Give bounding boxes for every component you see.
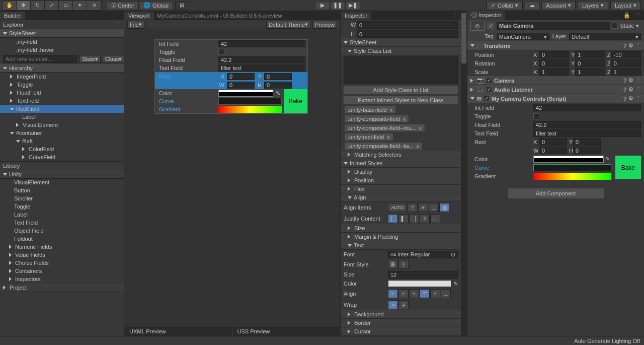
preset-icon[interactable]: ⚙	[628, 77, 633, 84]
inlined-styles[interactable]: Inlined Styles	[341, 159, 461, 168]
bake-button[interactable]: Bake	[615, 156, 641, 179]
component-menu-icon[interactable]: ⋮	[635, 86, 641, 93]
pivot-global[interactable]: 🌐 Global	[139, 1, 173, 10]
lib-toggle[interactable]: Toggle	[0, 203, 124, 211]
hierarchy-left[interactable]: #left	[0, 137, 124, 145]
uxml-preview-tab[interactable]: UXML Preview	[124, 327, 232, 336]
step-button[interactable]: ▶❚	[345, 1, 360, 10]
snap-tool[interactable]: ⊞	[175, 1, 189, 10]
style-chip[interactable]: .unity-composite-fieldx	[345, 115, 409, 122]
justify-between[interactable]: ⫴	[420, 214, 430, 223]
position-section[interactable]: Position	[341, 176, 461, 185]
lib-visualelement[interactable]: VisualElement	[0, 179, 124, 187]
style-chip[interactable]: .unity-composite-field--mu...x	[345, 124, 425, 131]
audio-enable[interactable]: ✓	[486, 87, 492, 93]
add-style-class-button[interactable]: Add Style Class to List	[344, 86, 458, 94]
border-section[interactable]: Border	[341, 319, 461, 327]
script-color[interactable]	[533, 156, 604, 163]
text-color-field[interactable]	[388, 280, 451, 287]
project-lib-section[interactable]: Project	[0, 284, 124, 292]
state-dropdown[interactable]: State ▾	[79, 55, 101, 63]
bake-button[interactable]: Bake	[284, 89, 307, 113]
insp-h[interactable]: 0	[357, 30, 458, 38]
audio-listener-component[interactable]: 🎧✓Audio Listener? ⚙ ⋮	[467, 85, 644, 94]
background-section[interactable]: Background	[341, 310, 461, 319]
chip-remove[interactable]: x	[403, 116, 406, 122]
lib-numeric[interactable]: Numeric Fields	[0, 243, 124, 251]
float-field-input[interactable]: 42.2	[218, 56, 305, 63]
script-rect-x[interactable]: 0	[539, 138, 567, 146]
preset-icon[interactable]: ⚙	[628, 86, 633, 93]
preset-icon[interactable]: ⚙	[628, 42, 633, 49]
pause-button[interactable]: ❚❚	[330, 1, 345, 10]
rot-z[interactable]: 0	[611, 59, 641, 67]
new-selector-input[interactable]	[3, 55, 77, 63]
text-align-right[interactable]: ≡	[409, 289, 419, 298]
inspector-tab[interactable]: Inspector	[341, 12, 372, 20]
extract-styles-button[interactable]: Extract Inlined Styles to New Class	[344, 96, 458, 104]
chip-remove[interactable]: x	[390, 107, 393, 113]
file-menu[interactable]: File ▾	[127, 21, 144, 29]
lock-icon[interactable]: 🔒	[621, 12, 632, 19]
help-icon[interactable]: ?	[623, 78, 626, 84]
justify-start[interactable]: ▏	[388, 214, 398, 223]
inspector-menu-icon[interactable]: ⋮	[449, 12, 461, 19]
selector-my-field-hover[interactable]: .my-field :hover	[0, 46, 124, 54]
collab-dropdown[interactable]: ✓ Collab ▾	[487, 1, 523, 10]
align-auto[interactable]: AUTO	[388, 203, 407, 212]
preset-icon[interactable]: ⚙	[628, 95, 633, 102]
pos-x[interactable]: 0	[539, 51, 569, 58]
script-curve[interactable]	[533, 164, 611, 171]
hierarchy-section[interactable]: Hierarchy	[0, 64, 124, 73]
text-align-bottom[interactable]: ⊥	[441, 289, 451, 298]
go-name-input[interactable]	[497, 22, 610, 30]
italic-button[interactable]: I	[398, 260, 409, 269]
script-text[interactable]: filler text	[533, 129, 641, 137]
font-size-input[interactable]: 12	[388, 271, 458, 279]
component-menu-icon[interactable]: ⋮	[635, 77, 641, 84]
eyedropper-icon[interactable]: ✎	[451, 281, 458, 287]
hand-tool[interactable]: ✋	[3, 1, 17, 10]
theme-dropdown[interactable]: Default Theme ▾	[266, 21, 310, 29]
eyedropper-icon[interactable]: ✎	[274, 90, 282, 97]
lib-textfield[interactable]: Text Field	[0, 219, 124, 227]
script-rect-h[interactable]: 0	[573, 147, 601, 154]
pos-z[interactable]: -10	[611, 51, 641, 58]
style-chip[interactable]: .unity-base-fieldx	[345, 106, 395, 113]
component-menu-icon[interactable]: ⋮	[635, 95, 641, 102]
lib-button[interactable]: Button	[0, 187, 124, 195]
transform-tool[interactable]: ✦	[73, 1, 87, 10]
scl-x[interactable]: 1	[539, 68, 569, 76]
help-icon[interactable]: ?	[623, 96, 626, 102]
color-field[interactable]	[218, 90, 273, 97]
chip-remove[interactable]: x	[417, 143, 420, 149]
scl-z[interactable]: 1	[611, 68, 641, 76]
align-end[interactable]: ⊥	[429, 203, 439, 212]
stylesheet-foldout[interactable]: StyleSheet	[341, 38, 461, 47]
lib-scroller[interactable]: Scroller	[0, 195, 124, 203]
viewport-tab[interactable]: Viewport	[124, 12, 154, 20]
pivot-center[interactable]: ⊡ Center	[107, 1, 139, 10]
rot-x[interactable]: 0	[539, 59, 569, 67]
script-gradient[interactable]	[533, 173, 611, 180]
lib-objectfield[interactable]: Object Field	[0, 227, 124, 235]
text-section[interactable]: Text	[341, 241, 461, 250]
justify-center[interactable]: ▍	[398, 214, 409, 223]
play-button[interactable]: ▶	[315, 1, 330, 10]
hierarchy-visualelement[interactable]: VisualElement	[0, 121, 124, 129]
text-align-left[interactable]: ≡	[388, 289, 398, 298]
script-toggle[interactable]	[533, 113, 539, 119]
unity-lib-section[interactable]: Unity	[0, 170, 124, 179]
gradient-field[interactable]	[218, 106, 282, 113]
lib-choice[interactable]: Choice Fields	[0, 259, 124, 267]
cloud-button[interactable]: ☁	[525, 1, 539, 10]
lib-value[interactable]: Value Fields	[0, 251, 124, 259]
hierarchy-integerfield[interactable]: IntegerField	[0, 73, 124, 81]
hierarchy-toggle[interactable]: Toggle	[0, 81, 124, 89]
eyedropper-icon[interactable]: ✎	[604, 156, 611, 162]
nowrap[interactable]: ↛	[388, 300, 398, 309]
justify-end[interactable]: ▕	[409, 214, 419, 223]
add-component-button[interactable]: Add Component	[508, 188, 604, 198]
lib-inspectors[interactable]: Inspectors	[0, 275, 124, 284]
script-rect-y[interactable]: 0	[573, 138, 601, 146]
